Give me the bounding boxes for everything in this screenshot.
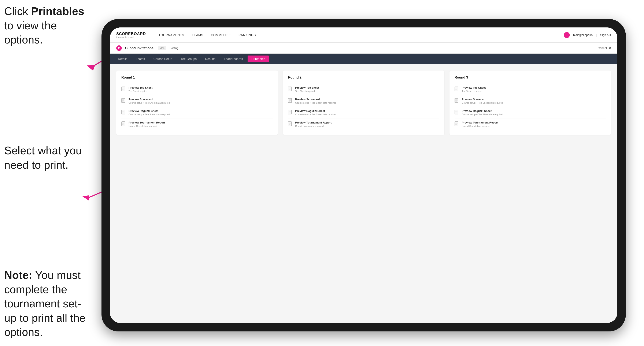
sub-nav: Details Teams Course Setup Tee Groups Re… xyxy=(110,54,617,64)
round3-tournament-report[interactable]: Preview Tournament Report Round Completi… xyxy=(454,118,606,130)
round3-tee-sheet[interactable]: Preview Tee Sheet Tee Sheet required xyxy=(454,84,606,95)
sign-out-link[interactable]: Sign out xyxy=(600,33,611,37)
doc-icon xyxy=(454,98,459,104)
round2-raguzzi[interactable]: Preview Raguzzi Sheet Course setup + Tee… xyxy=(288,107,439,118)
tab-course-setup[interactable]: Course Setup xyxy=(150,55,176,62)
nav-tournaments[interactable]: TOURNAMENTS xyxy=(158,33,184,37)
round2-scorecard[interactable]: Preview Scorecard Course setup + Tee She… xyxy=(288,95,439,107)
round1-tournament-report-subtitle: Round Completion required xyxy=(128,125,165,127)
round1-raguzzi-subtitle: Course setup + Tee Sheet data required xyxy=(128,113,170,116)
tournament-name: Clippd Invitational xyxy=(125,46,154,50)
round-2-column: Round 2 Preview Tee Sheet Tee Sheet requ… xyxy=(283,70,444,135)
round2-tee-sheet-subtitle: Tee Sheet required xyxy=(295,90,319,92)
round-3-title: Round 3 xyxy=(454,76,606,79)
round3-tee-sheet-subtitle: Tee Sheet required xyxy=(462,90,486,92)
round2-scorecard-content: Preview Scorecard Course setup + Tee She… xyxy=(295,98,336,104)
tab-results[interactable]: Results xyxy=(201,55,219,62)
round3-scorecard-title: Preview Scorecard xyxy=(462,98,503,101)
doc-icon xyxy=(288,121,292,127)
tournament-logo: C xyxy=(116,45,122,51)
tab-details[interactable]: Details xyxy=(114,55,131,62)
round2-tee-sheet[interactable]: Preview Tee Sheet Tee Sheet required xyxy=(288,84,439,95)
round3-scorecard[interactable]: Preview Scorecard Course setup + Tee She… xyxy=(454,95,606,107)
tab-tee-groups[interactable]: Tee Groups xyxy=(177,55,200,62)
tournament-header: C Clippd Invitational Men Hosting Cancel… xyxy=(110,43,617,54)
nav-committee[interactable]: COMMITTEE xyxy=(211,33,231,37)
round3-raguzzi[interactable]: Preview Raguzzi Sheet Course setup + Tee… xyxy=(454,107,606,118)
main-content: Round 1 Preview Tee Sheet Tee Sheet requ… xyxy=(110,64,617,323)
round1-tee-sheet-title: Preview Tee Sheet xyxy=(128,86,152,89)
round3-tee-sheet-content: Preview Tee Sheet Tee Sheet required xyxy=(462,86,486,92)
round2-tee-sheet-title: Preview Tee Sheet xyxy=(295,86,319,89)
round3-scorecard-content: Preview Scorecard Course setup + Tee She… xyxy=(462,98,503,104)
round1-scorecard-content: Preview Scorecard Course setup + Tee She… xyxy=(128,98,170,104)
doc-icon xyxy=(121,121,126,127)
round1-raguzzi[interactable]: Preview Raguzzi Sheet Course setup + Tee… xyxy=(121,107,273,118)
annotation-top-text: Click Printables to view the options. xyxy=(4,5,84,46)
annotation-top: Click Printables to view the options. xyxy=(4,4,93,47)
round3-tournament-report-content: Preview Tournament Report Round Completi… xyxy=(462,121,498,127)
round1-scorecard-subtitle: Course setup + Tee Sheet data required xyxy=(128,102,170,104)
round2-raguzzi-subtitle: Course setup + Tee Sheet data required xyxy=(295,113,336,116)
annotation-bottom-text: Note: You must complete the tournament s… xyxy=(4,269,86,338)
round1-scorecard[interactable]: Preview Scorecard Course setup + Tee She… xyxy=(121,95,273,107)
tablet-frame: SCOREBOARD Powered by clippd TOURNAMENTS… xyxy=(102,19,626,332)
round1-tee-sheet[interactable]: Preview Tee Sheet Tee Sheet required xyxy=(121,84,273,95)
cancel-x-icon: ✕ xyxy=(608,46,611,50)
round-2-title: Round 2 xyxy=(288,76,439,79)
round1-tournament-report-content: Preview Tournament Report Round Completi… xyxy=(128,121,165,127)
round3-scorecard-subtitle: Course setup + Tee Sheet data required xyxy=(462,102,503,104)
round2-tee-sheet-content: Preview Tee Sheet Tee Sheet required xyxy=(295,86,319,92)
round3-raguzzi-subtitle: Course setup + Tee Sheet data required xyxy=(462,113,503,116)
round2-scorecard-title: Preview Scorecard xyxy=(295,98,336,101)
scoreboard-sub: Powered by clippd xyxy=(116,36,146,38)
scoreboard-title: SCOREBOARD xyxy=(116,32,146,36)
nav-teams[interactable]: TEAMS xyxy=(192,33,203,37)
round1-tournament-report[interactable]: Preview Tournament Report Round Completi… xyxy=(121,118,273,130)
round3-raguzzi-title: Preview Raguzzi Sheet xyxy=(462,109,503,113)
round2-tournament-report[interactable]: Preview Tournament Report Round Completi… xyxy=(288,118,439,130)
top-nav: SCOREBOARD Powered by clippd TOURNAMENTS… xyxy=(110,27,617,43)
hosting-badge: Hosting xyxy=(170,47,178,50)
round1-tee-sheet-content: Preview Tee Sheet Tee Sheet required xyxy=(128,86,152,92)
nav-rankings[interactable]: RANKINGS xyxy=(238,33,256,37)
round1-scorecard-title: Preview Scorecard xyxy=(128,98,170,101)
annotation-middle: Select what you need to print. xyxy=(4,144,93,172)
doc-icon xyxy=(288,87,292,92)
round3-tournament-report-title: Preview Tournament Report xyxy=(462,121,498,124)
round1-raguzzi-content: Preview Raguzzi Sheet Course setup + Tee… xyxy=(128,109,170,116)
round2-tournament-report-subtitle: Round Completion required xyxy=(295,125,332,127)
round-1-title: Round 1 xyxy=(121,76,273,79)
doc-icon xyxy=(121,87,126,92)
doc-icon xyxy=(454,121,459,127)
annotation-bold: Printables xyxy=(31,5,84,17)
user-email: blair@clippd.io xyxy=(573,33,592,37)
round-1-column: Round 1 Preview Tee Sheet Tee Sheet requ… xyxy=(116,70,278,135)
round2-raguzzi-content: Preview Raguzzi Sheet Course setup + Tee… xyxy=(295,109,336,116)
nav-links: TOURNAMENTS TEAMS COMMITTEE RANKINGS xyxy=(158,33,556,37)
scoreboard-logo: SCOREBOARD Powered by clippd xyxy=(116,32,146,38)
doc-icon xyxy=(454,87,459,92)
round2-tournament-report-content: Preview Tournament Report Round Completi… xyxy=(295,121,332,127)
rounds-grid: Round 1 Preview Tee Sheet Tee Sheet requ… xyxy=(116,70,611,135)
round2-raguzzi-title: Preview Raguzzi Sheet xyxy=(295,109,336,113)
annotation-bottom: Note: You must complete the tournament s… xyxy=(4,268,93,340)
round-3-column: Round 3 Preview Tee Sheet Tee Sheet requ… xyxy=(450,70,611,135)
tab-teams[interactable]: Teams xyxy=(132,55,149,62)
doc-icon xyxy=(454,110,459,115)
tab-printables[interactable]: Printables xyxy=(248,55,269,62)
doc-icon xyxy=(121,98,126,104)
nav-right: blair@clippd.io | Sign out xyxy=(564,32,611,38)
svg-marker-3 xyxy=(82,195,89,200)
svg-marker-1 xyxy=(87,65,95,71)
round3-tournament-report-subtitle: Round Completion required xyxy=(462,125,498,127)
annotation-middle-text: Select what you need to print. xyxy=(4,144,82,171)
doc-icon xyxy=(288,98,292,104)
user-avatar xyxy=(564,32,570,38)
pipe: | xyxy=(596,33,597,37)
round2-scorecard-subtitle: Course setup + Tee Sheet data required xyxy=(295,102,336,104)
round3-raguzzi-content: Preview Raguzzi Sheet Course setup + Tee… xyxy=(462,109,503,116)
tablet-screen: SCOREBOARD Powered by clippd TOURNAMENTS… xyxy=(110,27,617,323)
tab-leaderboards[interactable]: Leaderboards xyxy=(220,55,247,62)
cancel-button[interactable]: Cancel ✕ xyxy=(598,46,611,50)
